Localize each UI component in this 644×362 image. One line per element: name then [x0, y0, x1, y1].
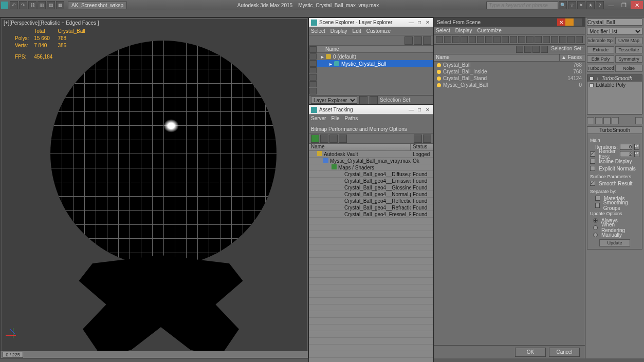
- asset-tracking-titlebar[interactable]: Asset Tracking — □ ✕: [309, 105, 433, 115]
- sfs-row[interactable]: Crystal_Ball768: [434, 62, 585, 68]
- tessellate-button[interactable]: Tessellate: [615, 46, 642, 53]
- tree-root-layer[interactable]: ▸ 0 (default): [317, 53, 433, 60]
- sfs-tool1-icon[interactable]: [565, 18, 574, 26]
- shape-filter-icon[interactable]: [309, 53, 317, 60]
- camera-filter-icon[interactable]: [309, 67, 317, 74]
- asset-row[interactable]: Crystal_Ball_geo4_Fresnel_Reflection.png…: [309, 211, 433, 218]
- favorites-icon[interactable]: ★: [586, 1, 595, 9]
- rollout-title[interactable]: TurboSmooth: [587, 127, 642, 134]
- menu-server[interactable]: Server: [311, 116, 326, 121]
- search-input[interactable]: [486, 2, 558, 9]
- light-filter-icon[interactable]: [309, 60, 317, 67]
- scene-explorer-tree[interactable]: Name ▸ 0 (default) ▸ Mystic_Crystal_Ball: [317, 46, 433, 95]
- sfs-list-header[interactable]: Name ▲ Faces: [434, 54, 585, 62]
- layer-new-icon[interactable]: [370, 96, 378, 104]
- space-filter-icon[interactable]: [309, 81, 317, 88]
- maximize-button[interactable]: ❐: [618, 1, 630, 9]
- bone-filter-icon[interactable]: [309, 88, 317, 94]
- asset-row[interactable]: Crystal_Ball_geo4__Diffuse.pngFound: [309, 171, 433, 178]
- find-icon[interactable]: [404, 36, 413, 45]
- close-button[interactable]: ✕: [631, 1, 643, 9]
- asset-row[interactable]: Maps / Shaders: [309, 164, 433, 171]
- panel-close-icon[interactable]: ✕: [424, 19, 431, 26]
- uvw-map-button[interactable]: UVW Map: [615, 37, 642, 44]
- sfs-tool2-icon[interactable]: [574, 18, 582, 26]
- sfs-filter-icon[interactable]: [559, 36, 566, 43]
- cancel-button[interactable]: Cancel: [549, 348, 580, 357]
- ok-button[interactable]: OK: [515, 348, 546, 357]
- sfs-list[interactable]: Crystal_Ball768Crystal_Ball_Inside768Cry…: [434, 62, 585, 345]
- sfs-globe-icon[interactable]: [524, 46, 531, 53]
- noise-button[interactable]: Noise: [615, 65, 642, 72]
- at-tool2-icon[interactable]: [329, 135, 338, 143]
- at-opt-icon[interactable]: [423, 135, 431, 143]
- sfs-menu-display[interactable]: Display: [455, 28, 472, 33]
- sfs-row[interactable]: Crystal_Ball_Stand14124: [434, 75, 585, 82]
- asset-row[interactable]: Mystic_Crystal_Ball_max_vray.maxOk: [309, 158, 433, 164]
- sfs-row[interactable]: Crystal_Ball_Inside768: [434, 68, 585, 75]
- render-iters-checkbox[interactable]: [590, 151, 595, 157]
- sfs-filter-icon[interactable]: [567, 36, 575, 43]
- sfs-titlebar[interactable]: Select From Scene ✕: [434, 17, 585, 27]
- modifier-stack[interactable]: ♀ TurboSmooth Editable Poly: [587, 74, 642, 115]
- infocenter-icon[interactable]: 🔍: [559, 1, 567, 9]
- sfs-filter-icon[interactable]: [436, 36, 443, 43]
- panel-maximize-icon[interactable]: □: [416, 106, 423, 113]
- asset-row[interactable]: Crystal_Ball_geo4__Reflection.pngFound: [309, 198, 433, 204]
- project-icon[interactable]: ▦: [56, 1, 64, 9]
- menu-select[interactable]: Select: [311, 28, 325, 34]
- link-icon[interactable]: ⛓: [28, 1, 36, 9]
- menu-display[interactable]: Display: [330, 28, 347, 34]
- filter-icon[interactable]: [414, 36, 422, 45]
- iterations-input[interactable]: [620, 144, 632, 150]
- modifier-list-select[interactable]: Modifier List: [587, 28, 642, 35]
- tree-item-mystic[interactable]: ▸ Mystic_Crystal_Ball: [317, 60, 433, 67]
- edit-poly-button[interactable]: Edit Poly: [587, 55, 614, 63]
- show-end-icon[interactable]: [595, 117, 602, 124]
- materials-checkbox[interactable]: [595, 196, 600, 201]
- viewport[interactable]: [+][Perspective][Realistic + Edged Faces…: [0, 17, 308, 358]
- sfs-filter-icon[interactable]: [502, 36, 509, 43]
- visibility-bulb-icon[interactable]: [437, 63, 441, 67]
- menu-bitmap[interactable]: Bitmap Performance and Memory Options: [311, 126, 407, 132]
- menu-file[interactable]: File: [331, 116, 339, 121]
- asset-list-header[interactable]: Name Status: [309, 144, 433, 151]
- asset-row[interactable]: Crystal_Ball_geo4__Emissive.pngFound: [309, 178, 433, 184]
- helper-filter-icon[interactable]: [309, 74, 317, 81]
- sfs-filter-icon[interactable]: [461, 36, 468, 43]
- sfs-tree-icon[interactable]: [541, 46, 548, 53]
- sfs-filter-icon[interactable]: [452, 36, 459, 43]
- stack-bulb-icon[interactable]: [590, 77, 594, 81]
- crystal-ball-stand-mesh[interactable]: [63, 255, 259, 358]
- tree-header-name[interactable]: Name: [317, 46, 433, 53]
- manually-radio[interactable]: [593, 233, 598, 237]
- renderable-spline-button[interactable]: nderable Spl: [587, 37, 614, 44]
- panel-close-icon[interactable]: ✕: [424, 106, 431, 113]
- panel-maximize-icon[interactable]: □: [416, 19, 423, 26]
- panel-minimize-icon[interactable]: —: [408, 106, 415, 113]
- redo-icon[interactable]: ↷: [19, 1, 27, 9]
- isoline-checkbox[interactable]: [590, 159, 595, 164]
- render-iters-spinner[interactable]: ▴▾: [634, 151, 639, 157]
- unique-icon[interactable]: [603, 117, 611, 124]
- explorer-mode-select[interactable]: Layer Explorer: [311, 97, 357, 104]
- smooth-result-checkbox[interactable]: [590, 181, 595, 186]
- timeline[interactable]: 0 / 225: [1, 351, 308, 358]
- minimize-button[interactable]: —: [605, 1, 617, 9]
- object-name-field[interactable]: [587, 18, 642, 26]
- iterations-spinner[interactable]: ▴▾: [634, 144, 639, 150]
- configure-icon[interactable]: [635, 117, 642, 124]
- update-button[interactable]: Update: [599, 239, 630, 246]
- sfs-filter-icon[interactable]: [485, 36, 492, 43]
- symmetry-button[interactable]: Symmetry: [615, 55, 642, 63]
- open-icon[interactable]: ▥: [38, 1, 46, 9]
- pin-stack-icon[interactable]: [587, 117, 594, 124]
- sfs-filter-icon[interactable]: [576, 36, 583, 43]
- sfs-filter-icon[interactable]: [477, 36, 484, 43]
- extrude-button[interactable]: Extrude: [587, 46, 614, 53]
- sfs-clear-icon[interactable]: [516, 46, 523, 53]
- visibility-bulb-icon[interactable]: [437, 77, 441, 81]
- menu-paths[interactable]: Paths: [345, 116, 358, 121]
- sfs-menu-customize[interactable]: Customize: [477, 28, 502, 33]
- sfs-list-icon[interactable]: [532, 46, 540, 53]
